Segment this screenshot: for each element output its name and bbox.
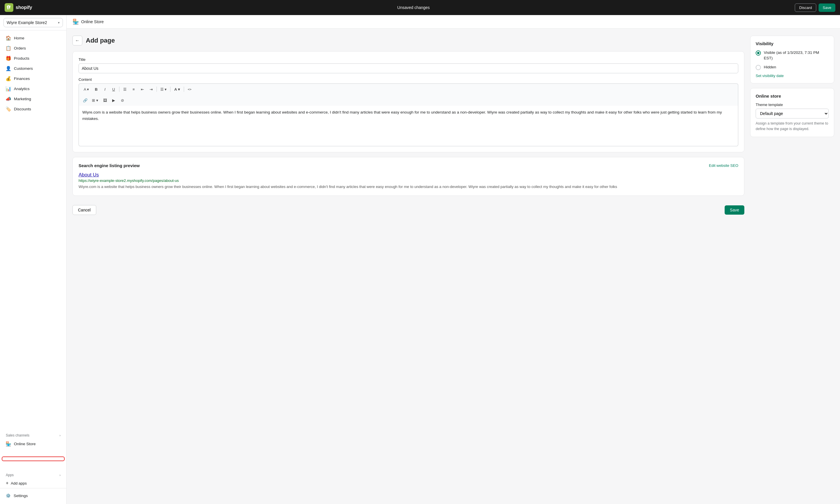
rte-link-btn[interactable]: 🔗 <box>81 96 89 104</box>
sales-channels-header: Sales channels › <box>2 430 65 438</box>
main-panel: ← Add page Title Content A ▾ B I U <box>72 36 745 216</box>
home-icon: 🏠 <box>6 35 11 40</box>
discard-button[interactable]: Discard <box>795 3 816 12</box>
page-header: ← Add page <box>72 36 745 46</box>
settings-label: Settings <box>14 493 28 498</box>
sidebar-item-label: Analytics <box>14 87 30 91</box>
sidebar-item-label: Customers <box>14 66 33 71</box>
right-panel: Visibility Visible (as of 1/3/2023, 7:31… <box>750 36 834 137</box>
sub-header: 🏪 Online Store <box>67 15 840 29</box>
sales-channels-label: Sales channels <box>6 433 29 437</box>
store-name: Wiyre Example Store2 <box>7 20 47 25</box>
sales-channels-list: 🏪 Online Store <box>0 438 66 469</box>
rte-toolbar-row-1: A ▾ B I U ☰ ≡ ⇤ ⇥ ☰ ▾ A ▾ <box>81 86 194 93</box>
sidebar-item-finances[interactable]: 💰 Finances <box>2 74 65 84</box>
store-selector: Wiyre Example Store2 ▾ <box>0 15 66 31</box>
sidebar-item-pages[interactable] <box>2 456 65 461</box>
set-visibility-link[interactable]: Set visibility date <box>756 74 829 78</box>
sidebar-item-label: Home <box>14 36 24 40</box>
sidebar-item-orders[interactable]: 📋 Orders <box>2 43 65 53</box>
sidebar-item-blog-posts[interactable] <box>2 453 65 456</box>
nav-bottom: ⚙️ Settings <box>0 488 66 504</box>
finances-icon: 💰 <box>6 76 11 81</box>
discounts-icon: 🏷️ <box>6 106 11 111</box>
page-content-card: Title Content A ▾ B I U ☰ ≡ ⇤ <box>72 51 745 152</box>
save-top-button[interactable]: Save <box>819 3 835 12</box>
sidebar-item-analytics[interactable]: 📊 Analytics <box>2 84 65 93</box>
sidebar-item-settings[interactable]: ⚙️ Settings <box>2 491 65 500</box>
rte-video-btn[interactable]: ▶ <box>109 96 118 104</box>
settings-icon: ⚙️ <box>6 493 11 498</box>
radio-hidden-option[interactable]: Hidden <box>756 65 829 70</box>
rte-color-btn[interactable]: A ▾ <box>172 86 182 93</box>
theme-template-select[interactable]: Default page page.contact page.faq <box>756 109 829 119</box>
rte-divider-3 <box>170 87 171 92</box>
top-nav-right: Discard Save <box>795 3 835 12</box>
rte-indent-right-btn[interactable]: ⇥ <box>147 86 155 93</box>
customers-icon: 👤 <box>6 66 11 71</box>
main-content: 🏪 Online Store ← Add page Title Content <box>67 15 840 504</box>
radio-visible-label: Visible (as of 1/3/2023, 7:31 PM EST) <box>764 50 829 61</box>
sidebar-item-marketing[interactable]: 📣 Marketing <box>2 94 65 104</box>
rte-font-btn[interactable]: A ▾ <box>81 86 92 93</box>
shopify-wordmark: shopify <box>16 5 32 10</box>
online-store-card-title: Online store <box>756 93 829 98</box>
rte-source-btn[interactable]: <> <box>186 86 194 93</box>
visibility-title: Visibility <box>756 41 829 46</box>
cancel-button[interactable]: Cancel <box>72 205 96 215</box>
rte-image-btn[interactable]: 🖼 <box>101 96 109 104</box>
apps-label: Apps <box>6 473 14 477</box>
rte-content-area[interactable]: Wiyre.com is a website that helps busine… <box>78 106 738 146</box>
sidebar-item-navigation[interactable] <box>2 462 65 465</box>
radio-hidden-label: Hidden <box>764 65 776 70</box>
rte-italic-btn[interactable]: I <box>101 86 109 93</box>
bottom-actions: Cancel Save <box>72 200 745 216</box>
top-nav: shopify Unsaved changes Discard Save <box>0 0 840 15</box>
online-store-sub-icon: 🏪 <box>72 19 79 25</box>
save-bottom-button[interactable]: Save <box>725 205 745 215</box>
add-apps-item[interactable]: + Add apps <box>2 479 65 488</box>
sidebar-item-preferences[interactable] <box>2 465 65 469</box>
page-status-title: Unsaved changes <box>397 5 430 10</box>
rte-align-btn[interactable]: ☰ ▾ <box>158 86 169 93</box>
sidebar-item-customers[interactable]: 👤 Customers <box>2 64 65 73</box>
store-dropdown[interactable]: Wiyre Example Store2 ▾ <box>3 18 63 27</box>
rte-embed-btn[interactable]: ⊘ <box>118 96 126 104</box>
app-body: Wiyre Example Store2 ▾ 🏠 Home 📋 Orders 🎁… <box>0 15 840 504</box>
edit-seo-link[interactable]: Edit website SEO <box>709 163 738 168</box>
radio-visible-option[interactable]: Visible (as of 1/3/2023, 7:31 PM EST) <box>756 50 829 61</box>
shopify-logo: shopify <box>5 3 32 12</box>
analytics-icon: 📊 <box>6 86 11 91</box>
apps-header: Apps › <box>2 470 65 478</box>
back-button[interactable]: ← <box>72 36 82 46</box>
sidebar-item-label: Marketing <box>14 97 31 101</box>
rte-table-btn[interactable]: ⊞ ▾ <box>90 96 100 104</box>
seo-preview-title: About Us <box>78 172 738 178</box>
apps-expand-icon[interactable]: › <box>59 473 60 477</box>
theme-template-label: Theme template <box>756 103 829 107</box>
sidebar-item-online-store[interactable]: 🏪 Online Store <box>2 439 65 449</box>
sidebar-item-label: Products <box>14 56 29 60</box>
sidebar-item-discounts[interactable]: 🏷️ Discounts <box>2 104 65 114</box>
seo-card: Search engine listing preview Edit websi… <box>72 157 745 196</box>
sidebar-item-themes[interactable] <box>2 449 65 452</box>
sidebar-item-products[interactable]: 🎁 Products <box>2 53 65 63</box>
sidebar-item-home[interactable]: 🏠 Home <box>2 33 65 43</box>
radio-hidden-circle <box>756 65 761 70</box>
products-icon: 🎁 <box>6 56 11 61</box>
page-title: Add page <box>86 37 115 44</box>
visibility-card: Visibility Visible (as of 1/3/2023, 7:31… <box>750 36 834 84</box>
rte-indent-left-btn[interactable]: ⇤ <box>138 86 146 93</box>
rte-toolbar-row-2: 🔗 ⊞ ▾ 🖼 ▶ ⊘ <box>81 96 126 104</box>
sidebar-item-label: Online Store <box>14 442 36 446</box>
rte-underline-btn[interactable]: U <box>109 86 118 93</box>
main-nav-list: 🏠 Home 📋 Orders 🎁 Products 👤 Customers 💰… <box>0 31 66 429</box>
title-input[interactable] <box>78 64 738 73</box>
rte-bullet-list-btn[interactable]: ☰ <box>121 86 129 93</box>
online-store-card: Online store Theme template Default page… <box>750 88 834 137</box>
top-nav-left: shopify <box>5 3 32 12</box>
plus-icon: + <box>6 481 8 486</box>
rte-numbered-list-btn[interactable]: ≡ <box>129 86 138 93</box>
rte-bold-btn[interactable]: B <box>92 86 100 93</box>
sales-channels-expand-icon[interactable]: › <box>59 434 60 437</box>
